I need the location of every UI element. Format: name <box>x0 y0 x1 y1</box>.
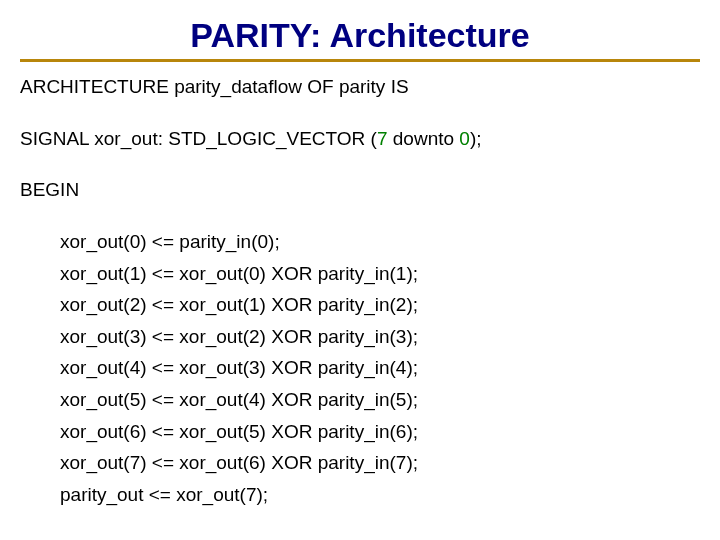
stmt: xor_out(2) <= xor_out(1) XOR parity_in(2… <box>60 292 700 318</box>
architecture-header: ARCHITECTURE parity_dataflow OF parity I… <box>20 74 700 100</box>
kw-begin: BEGIN <box>20 177 700 203</box>
slide: PARITY: Architecture ARCHITECTURE parity… <box>0 0 720 540</box>
kw-is: IS <box>391 76 409 97</box>
stmt: parity_out <= xor_out(7); <box>60 482 700 508</box>
page-title: PARITY: Architecture <box>20 16 700 55</box>
kw-signal: SIGNAL <box>20 128 89 149</box>
stmt: xor_out(1) <= xor_out(0) XOR parity_in(1… <box>60 261 700 287</box>
kw-architecture: ARCHITECTURE <box>20 76 169 97</box>
stmt: xor_out(6) <= xor_out(5) XOR parity_in(6… <box>60 419 700 445</box>
kw-of: OF <box>307 76 333 97</box>
range-hi: 7 <box>377 128 388 149</box>
end-extra-semicolon: ; <box>204 536 211 540</box>
arch-name: parity_dataflow <box>174 76 302 97</box>
signal-type: STD_LOGIC_VECTOR <box>168 128 365 149</box>
range-lo: 0 <box>459 128 470 149</box>
kw-downto: downto <box>393 128 454 149</box>
stmt: xor_out(7) <= xor_out(6) XOR parity_in(7… <box>60 450 700 476</box>
end-line: END parity_dataflow; ; <box>20 534 700 540</box>
stmt: xor_out(3) <= xor_out(2) XOR parity_in(3… <box>60 324 700 350</box>
stmt: xor_out(5) <= xor_out(4) XOR parity_in(5… <box>60 387 700 413</box>
stmt: xor_out(0) <= parity_in(0); <box>60 229 700 255</box>
title-rule <box>20 59 700 62</box>
paren-close: ); <box>470 128 482 149</box>
signal-decl: SIGNAL xor_out: STD_LOGIC_VECTOR (7 down… <box>20 126 700 152</box>
entity-name: parity <box>339 76 385 97</box>
signal-name: xor_out: <box>94 128 163 149</box>
stmt: xor_out(4) <= xor_out(3) XOR parity_in(4… <box>60 355 700 381</box>
